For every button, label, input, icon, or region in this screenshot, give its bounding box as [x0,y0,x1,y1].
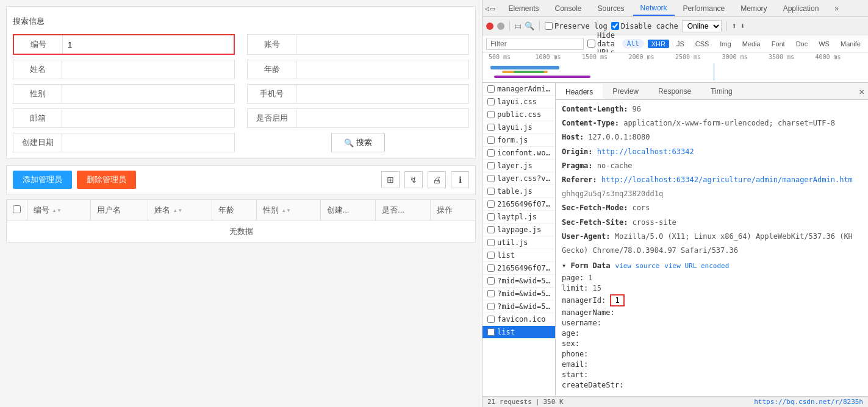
filter-all-tag[interactable]: All [622,39,644,48]
net-item-8[interactable]: table.js [482,185,555,198]
net-checkbox-1[interactable] [487,98,495,105]
net-checkbox-15[interactable] [487,277,495,285]
net-item-7[interactable]: layer.css?v=3.1.1 [482,172,555,185]
export-icon[interactable]: ⬇ [740,21,745,30]
net-checkbox-5[interactable] [487,149,495,157]
tab-console[interactable]: Console [548,2,589,15]
view-source-link[interactable]: view source [615,262,659,270]
net-item-4[interactable]: form.js [482,134,555,147]
print-icon[interactable]: 🖨 [428,171,446,188]
detail-tab-headers[interactable]: Headers [556,84,603,99]
net-item-18[interactable]: favicon.ico [482,313,555,326]
export-icon[interactable]: ↯ [404,171,423,188]
preserve-log-checkbox[interactable] [545,22,553,30]
preserve-log-label[interactable]: Preserve log [545,22,608,30]
net-checkbox-10[interactable] [487,213,495,221]
filter-js[interactable]: JS [673,40,688,48]
net-checkbox-6[interactable] [487,162,495,169]
net-checkbox-9[interactable] [487,200,495,208]
filter-manifest[interactable]: Manife [837,40,864,48]
hide-data-urls-checkbox[interactable] [587,40,595,48]
input-account[interactable] [296,37,468,53]
filter-icon[interactable]: ⧦ [515,21,521,31]
net-checkbox-4[interactable] [487,136,495,144]
detail-close-button[interactable]: ✕ [859,87,864,96]
clear-button[interactable] [497,23,504,30]
filter-img[interactable]: Img [716,40,734,48]
tab-performance[interactable]: Performance [676,2,733,15]
net-checkbox-2[interactable] [487,111,495,118]
grid-view-icon[interactable]: ⊞ [381,171,400,188]
add-manager-button[interactable]: 添加管理员 [13,171,72,189]
delete-manager-button[interactable]: 删除管理员 [77,171,136,189]
no-data-cell: 无数据 [7,221,476,242]
net-item-1[interactable]: layui.css [482,96,555,108]
net-item-5[interactable]: iconfont.woff2?... [482,147,555,160]
net-item-14[interactable]: 21656496f0776... [482,262,555,275]
detail-tab-response[interactable]: Response [648,85,701,98]
net-item-12[interactable]: util.js [482,236,555,249]
filter-css[interactable]: CSS [692,40,713,48]
net-checkbox-3[interactable] [487,124,495,131]
search-button[interactable]: 🔍 搜索 [331,133,385,152]
input-id[interactable] [63,37,234,53]
input-enabled[interactable] [296,110,468,127]
net-item-3[interactable]: layui.js [482,121,555,134]
input-name[interactable] [62,62,234,78]
import-icon[interactable]: ⬆ [732,21,737,30]
net-checkbox-13[interactable] [487,252,495,259]
net-checkbox-16[interactable] [487,290,495,297]
net-item-15[interactable]: ?mid=&wid=51... [482,275,555,288]
filter-doc[interactable]: Doc [792,40,812,48]
tab-more[interactable]: » [827,2,846,15]
net-checkbox-0[interactable] [487,85,495,93]
disable-cache-label[interactable]: Disable cache [611,22,678,30]
throttle-select[interactable]: Online [682,20,722,32]
input-email[interactable] [62,110,234,127]
detail-tab-preview[interactable]: Preview [603,85,648,98]
tab-elements[interactable]: Elements [501,2,546,15]
label-gender: 性别 [13,85,62,103]
net-item-11[interactable]: laypage.js [482,224,555,236]
net-item-6[interactable]: layer.js [482,160,555,172]
info-icon[interactable]: ℹ [451,171,469,188]
filter-font[interactable]: Font [768,40,789,48]
net-checkbox-7[interactable] [487,175,495,182]
search-icon[interactable]: 🔍 [525,21,534,30]
net-checkbox-19[interactable] [487,328,495,336]
net-item-9[interactable]: 21656496f0776... [482,198,555,211]
net-item-13[interactable]: list [482,249,555,262]
net-item-19[interactable]: list [482,326,555,339]
tab-sources[interactable]: Sources [590,2,632,15]
detail-tab-timing[interactable]: Timing [701,85,742,98]
filter-input[interactable] [486,38,584,50]
net-item-2[interactable]: public.css [482,108,555,121]
net-checkbox-18[interactable] [487,316,495,323]
tab-application[interactable]: Application [776,2,827,15]
header-content-type: Content-Type: application/x-www-form-url… [562,118,862,129]
net-checkbox-12[interactable] [487,239,495,246]
net-checkbox-14[interactable] [487,264,495,272]
net-item-0[interactable]: managerAdmin.... [482,83,555,96]
input-phone[interactable] [296,86,468,102]
net-checkbox-11[interactable] [487,226,495,233]
select-all-checkbox[interactable] [13,205,21,213]
filter-xhr[interactable]: XHR [648,40,669,48]
tab-network[interactable]: Network [633,1,675,16]
filter-ws[interactable]: WS [815,40,833,48]
tab-memory[interactable]: Memory [733,2,774,15]
net-checkbox-17[interactable] [487,303,495,310]
input-gender[interactable] [62,86,234,102]
timeline-bar: 500 ms 1000 ms 1500 ms 2000 ms 2500 ms 3… [482,52,868,83]
input-age[interactable] [296,62,468,78]
filter-media[interactable]: Media [739,40,764,48]
net-checkbox-8[interactable] [487,188,495,195]
view-url-encoded-link[interactable]: view URL encoded [664,262,729,270]
net-item-17[interactable]: ?mid=&wid=51... [482,300,555,313]
record-button[interactable] [486,23,493,30]
net-item-16[interactable]: ?mid=&wid=51... [482,288,555,300]
disable-cache-checkbox[interactable] [611,22,619,30]
input-date[interactable] [62,135,234,151]
manager-id-highlight: 1 [610,294,624,306]
net-item-10[interactable]: laytpl.js [482,211,555,224]
